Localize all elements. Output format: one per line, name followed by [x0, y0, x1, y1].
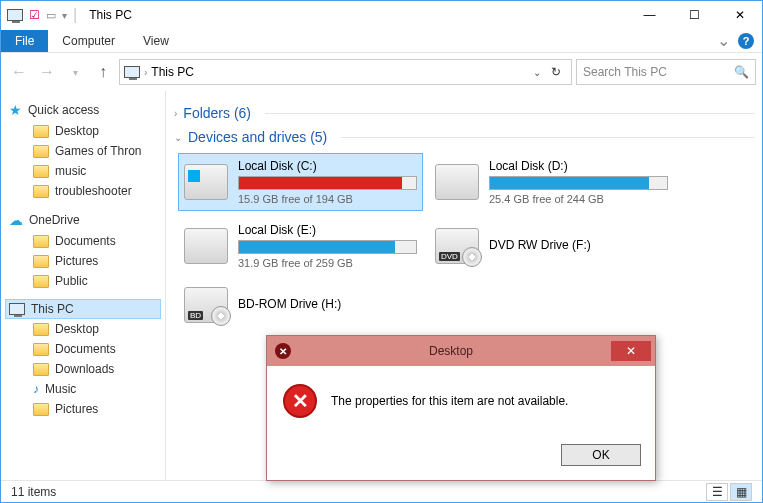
sidebar-onedrive[interactable]: ☁OneDrive [5, 209, 161, 231]
separator: | [73, 6, 77, 24]
ribbon: File Computer View ⌄ ? [1, 29, 762, 53]
sidebar-item-pc-documents[interactable]: Documents [5, 339, 161, 359]
folder-icon [33, 235, 49, 248]
refresh-button[interactable]: ↻ [545, 65, 567, 79]
drive-item[interactable]: Local Disk (C:)15.9 GB free of 194 GB [178, 153, 423, 211]
music-icon: ♪ [33, 382, 39, 396]
sidebar-item-pc-pictures[interactable]: Pictures [5, 399, 161, 419]
item-count: 11 items [11, 485, 56, 499]
sidebar-item-documents[interactable]: Documents [5, 231, 161, 251]
app-icon [7, 9, 23, 21]
drive-name: Local Disk (D:) [489, 159, 668, 173]
folder-icon [33, 125, 49, 138]
sidebar-this-pc[interactable]: This PC [5, 299, 161, 319]
error-icon: ✕ [275, 343, 291, 359]
group-folders[interactable]: › Folders (6) [174, 101, 754, 125]
minimize-button[interactable]: — [627, 1, 672, 29]
tab-file[interactable]: File [1, 30, 48, 52]
ok-button[interactable]: OK [561, 444, 641, 466]
sidebar-item-music[interactable]: music [5, 161, 161, 181]
dialog-close-button[interactable]: ✕ [611, 341, 651, 361]
dialog-message: The properties for this item are not ava… [331, 394, 568, 408]
sidebar-item-desktop[interactable]: Desktop [5, 121, 161, 141]
capacity-bar [238, 240, 417, 254]
address-path: This PC [151, 65, 194, 79]
chevron-right-icon: › [144, 67, 147, 78]
nav-sidebar: ★Quick access Desktop Games of Thron mus… [1, 91, 166, 480]
error-icon: ✕ [283, 384, 317, 418]
error-dialog: ✕ Desktop ✕ ✕ The properties for this it… [266, 335, 656, 481]
dialog-title: Desktop [291, 344, 611, 358]
qat-dropdown[interactable]: ▾ [62, 10, 67, 21]
folder-icon [33, 363, 49, 376]
drive-item[interactable]: Local Disk (D:)25.4 GB free of 244 GB [429, 153, 674, 211]
sidebar-item-games[interactable]: Games of Thron [5, 141, 161, 161]
folder-icon [33, 185, 49, 198]
cloud-icon: ☁ [9, 212, 23, 228]
search-icon: 🔍 [734, 65, 749, 79]
back-button[interactable]: ← [7, 60, 31, 84]
drive-item[interactable]: DVD DVD RW Drive (F:) [429, 217, 674, 275]
drive-icon [435, 164, 479, 200]
folder-icon [33, 165, 49, 178]
address-bar: ← → ▾ ↑ › This PC ⌄ ↻ Search This PC 🔍 [1, 53, 762, 91]
quick-access-toolbar: ☑ ▭ ▾ [7, 8, 67, 22]
forward-button[interactable]: → [35, 60, 59, 84]
drive-icon: BD [184, 287, 228, 323]
folder-icon [33, 403, 49, 416]
maximize-button[interactable]: ☐ [672, 1, 717, 29]
sidebar-item-troubleshooter[interactable]: troubleshooter [5, 181, 161, 201]
view-details-button[interactable]: ☰ [706, 483, 728, 501]
free-space: 15.9 GB free of 194 GB [238, 193, 417, 205]
pc-icon [9, 303, 25, 315]
tab-computer[interactable]: Computer [48, 30, 129, 52]
drive-name: BD-ROM Drive (H:) [238, 297, 417, 311]
group-devices[interactable]: ⌄ Devices and drives (5) [174, 125, 754, 149]
folder-icon [33, 255, 49, 268]
status-bar: 11 items ☰ ▦ [1, 480, 762, 502]
capacity-bar [238, 176, 417, 190]
address-box[interactable]: › This PC ⌄ ↻ [119, 59, 572, 85]
dialog-titlebar[interactable]: ✕ Desktop ✕ [267, 336, 655, 366]
drive-icon: DVD [435, 228, 479, 264]
free-space: 25.4 GB free of 244 GB [489, 193, 668, 205]
tab-view[interactable]: View [129, 30, 183, 52]
sidebar-quick-access[interactable]: ★Quick access [5, 99, 161, 121]
address-dropdown-icon[interactable]: ⌄ [533, 67, 541, 78]
recent-dropdown[interactable]: ▾ [63, 60, 87, 84]
drive-icon [184, 228, 228, 264]
help-icon[interactable]: ? [738, 33, 754, 49]
close-button[interactable]: ✕ [717, 1, 762, 29]
folder-icon [33, 323, 49, 336]
up-button[interactable]: ↑ [91, 60, 115, 84]
sidebar-item-pc-downloads[interactable]: Downloads [5, 359, 161, 379]
chevron-down-icon: ⌄ [174, 132, 182, 143]
drive-name: Local Disk (E:) [238, 223, 417, 237]
sidebar-item-pc-music[interactable]: ♪Music [5, 379, 161, 399]
folder-icon [33, 343, 49, 356]
capacity-bar [489, 176, 668, 190]
sidebar-item-public[interactable]: Public [5, 271, 161, 291]
drive-name: Local Disk (C:) [238, 159, 417, 173]
search-placeholder: Search This PC [583, 65, 667, 79]
star-icon: ★ [9, 102, 22, 118]
pc-icon [124, 66, 140, 78]
ribbon-expand-icon[interactable]: ⌄ [717, 31, 730, 50]
title-bar: ☑ ▭ ▾ | This PC — ☐ ✕ [1, 1, 762, 29]
drive-item[interactable]: Local Disk (E:)31.9 GB free of 259 GB [178, 217, 423, 275]
folder-icon [33, 275, 49, 288]
drives-list: Local Disk (C:)15.9 GB free of 194 GB Lo… [178, 153, 754, 329]
folder-icon [33, 145, 49, 158]
qat-doc-icon[interactable]: ▭ [46, 9, 56, 22]
window-title: This PC [89, 8, 132, 22]
qat-check-icon[interactable]: ☑ [29, 8, 40, 22]
view-tiles-button[interactable]: ▦ [730, 483, 752, 501]
search-input[interactable]: Search This PC 🔍 [576, 59, 756, 85]
drive-name: DVD RW Drive (F:) [489, 238, 668, 252]
free-space: 31.9 GB free of 259 GB [238, 257, 417, 269]
sidebar-item-pc-desktop[interactable]: Desktop [5, 319, 161, 339]
drive-icon [184, 164, 228, 200]
drive-item[interactable]: BD BD-ROM Drive (H:) [178, 281, 423, 329]
sidebar-item-pictures[interactable]: Pictures [5, 251, 161, 271]
chevron-right-icon: › [174, 108, 177, 119]
